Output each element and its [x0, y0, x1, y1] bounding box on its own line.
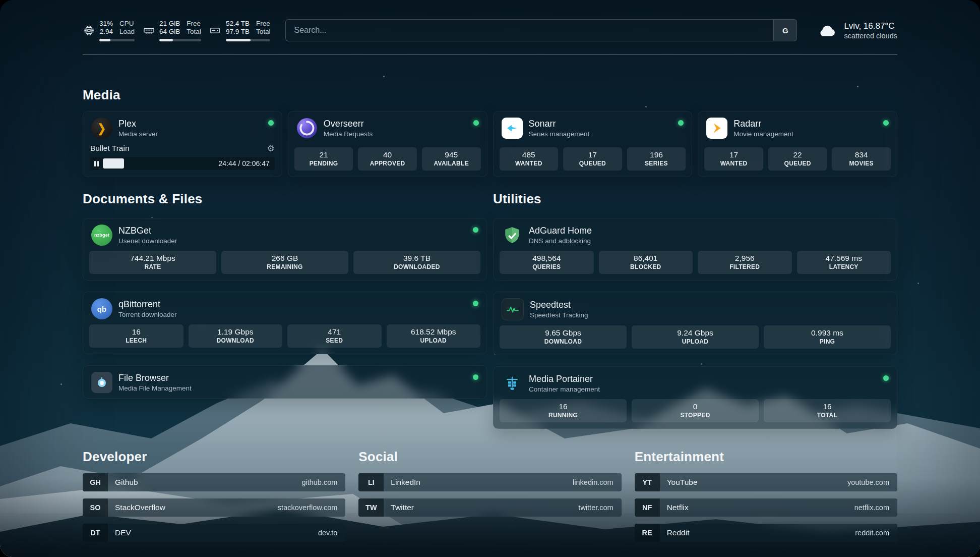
stat-download: 9.65 Gbps DOWNLOAD [500, 325, 627, 349]
cloud-icon [816, 20, 837, 41]
now-playing-title: Bullet Train [90, 144, 130, 153]
disk-total-value: 97.9 TB [226, 28, 250, 36]
media-heading: Media [83, 87, 897, 103]
card-filebrowser[interactable]: File Browser Media File Management [83, 365, 487, 399]
ram-total-value: 64 GiB [159, 28, 180, 36]
stat-label: SERIES [630, 160, 683, 168]
link-name: StackOverflow [108, 503, 165, 512]
stat-label: TOTAL [767, 412, 888, 419]
card-overseerr[interactable]: Overseerr Media Requests 21 PENDING [288, 111, 487, 177]
card-title: Overseerr [324, 118, 373, 130]
stat-label: DOWNLOAD [503, 338, 624, 346]
card-plex[interactable]: ❯ Plex Media server Bullet Train ⚙ [83, 111, 282, 177]
stat-label: DOWNLOAD [192, 337, 280, 345]
stat-value: 17 [566, 150, 619, 160]
link-name: Reddit [660, 528, 690, 537]
card-subtitle: Container management [529, 385, 600, 394]
link-reddit[interactable]: RE Reddit reddit.com [635, 524, 897, 542]
card-subtitle: Series management [529, 130, 590, 138]
cpu-icon [83, 24, 95, 36]
section-utilities: Utilities AdGuard Home [493, 191, 897, 429]
ram-progress-fill [159, 39, 173, 41]
disk-progress-bar [226, 39, 271, 41]
cpu-usage-widget: 31% 2.94 CPU Load [83, 20, 135, 41]
stat-value: 0.993 ms [767, 328, 888, 338]
stat-label: UPLOAD [635, 338, 756, 346]
link-stackoverflow[interactable]: SO StackOverflow stackoverflow.com [83, 498, 345, 517]
link-name: DEV [108, 528, 131, 537]
sonarr-icon [502, 118, 523, 139]
stat-leech: 16 LEECH [89, 324, 183, 348]
link-url: reddit.com [855, 529, 897, 537]
stat-upload: 9.24 Gbps UPLOAD [632, 325, 759, 349]
stat-value: 17 [707, 150, 760, 160]
card-qbittorrent[interactable]: qb qBittorrent Torrent downloader 16 [83, 292, 487, 354]
stat-label: STOPPED [635, 412, 756, 419]
stat-remaining: 266 GB REMAINING [221, 251, 348, 274]
playback-progress-bar[interactable] [103, 158, 215, 169]
card-portainer[interactable]: Media Portainer Container management 16 … [493, 366, 897, 429]
link-netflix[interactable]: NF Netflix netflix.com [635, 498, 897, 517]
ram-free-value: 21 GiB [159, 20, 180, 28]
stat-value: 9.65 Gbps [503, 328, 624, 338]
system-metrics: 31% 2.94 CPU Load [83, 20, 270, 41]
card-subtitle: Usenet downloader [118, 237, 177, 245]
link-name: Github [108, 478, 138, 487]
link-youtube[interactable]: YT YouTube youtube.com [635, 473, 897, 491]
disk-icon [209, 24, 221, 36]
status-online-dot [883, 375, 889, 381]
gear-icon[interactable]: ⚙ [267, 144, 275, 153]
stat-stopped: 0 STOPPED [632, 399, 759, 422]
card-title: Radarr [733, 118, 793, 130]
link-abbrev: SO [83, 498, 108, 517]
card-title: Media Portainer [529, 373, 600, 385]
card-sonarr[interactable]: Sonarr Series management 485 WANTED [493, 111, 693, 177]
link-dev[interactable]: DT DEV dev.to [83, 524, 345, 542]
search-input[interactable] [286, 20, 773, 41]
status-online-dot [473, 301, 478, 306]
card-subtitle: DNS and adblocking [529, 237, 592, 245]
qbittorrent-icon: qb [91, 298, 112, 319]
status-online-dot [883, 120, 889, 126]
disk-label-bottom: Total [256, 28, 271, 36]
disk-progress-fill [226, 39, 251, 41]
stat-download: 1.19 Gbps DOWNLOAD [189, 324, 283, 348]
stat-label: REMAINING [224, 263, 345, 271]
pause-icon[interactable] [94, 161, 99, 166]
stat-value: 471 [290, 327, 379, 337]
stat-upload: 618.52 Mbps UPLOAD [387, 324, 481, 348]
stat-value: 21 [297, 150, 350, 160]
stat-value: 618.52 Mbps [390, 327, 478, 337]
search-bar[interactable]: G [285, 19, 797, 41]
weather-widget[interactable]: Lviv, 16.87°C scattered clouds [816, 20, 897, 41]
card-title: AdGuard Home [529, 225, 592, 237]
link-github[interactable]: GH Github github.com [83, 473, 345, 491]
stat-queued: 17 QUEUED [563, 147, 622, 171]
card-nzbget[interactable]: nzbget NZBGet Usenet downloader 744.21 M… [83, 218, 487, 281]
stat-label: UPLOAD [390, 337, 478, 345]
entertainment-heading: Entertainment [635, 449, 897, 465]
ram-label-bottom: Total [187, 28, 201, 36]
card-title: Plex [118, 118, 158, 130]
section-documents-files: Documents & Files nzbget NZBGet Usenet d… [83, 191, 487, 399]
link-twitter[interactable]: TW Twitter twitter.com [358, 498, 621, 517]
search-engine-button[interactable]: G [773, 20, 797, 41]
card-radarr[interactable]: Radarr Movie management 17 WANTED 2 [698, 111, 897, 177]
stat-filtered: 2,956 FILTERED [698, 251, 792, 274]
social-heading: Social [358, 449, 621, 465]
card-adguard[interactable]: AdGuard Home DNS and adblocking 498,564 … [493, 218, 897, 281]
link-linkedin[interactable]: LI LinkedIn linkedin.com [358, 473, 621, 491]
section-media: Media ❯ Plex Media server [83, 87, 897, 177]
stat-value: 0 [635, 402, 756, 412]
cpu-load-value: 2.94 [100, 28, 113, 36]
stat-latency: 47.569 ms LATENCY [797, 251, 891, 274]
weather-location: Lviv, 16.87°C [844, 21, 897, 31]
stat-label: LEECH [92, 337, 180, 345]
status-online-dot [473, 374, 478, 380]
card-subtitle: Media Requests [324, 130, 373, 138]
stat-wanted: 485 WANTED [500, 147, 559, 171]
stat-total: 16 TOTAL [764, 399, 891, 422]
card-speedtest[interactable]: Speedtest Speedtest Tracking 9.65 Gbps D… [493, 292, 897, 355]
stat-value: 39.6 TB [356, 253, 477, 263]
card-title: NZBGet [118, 225, 177, 237]
